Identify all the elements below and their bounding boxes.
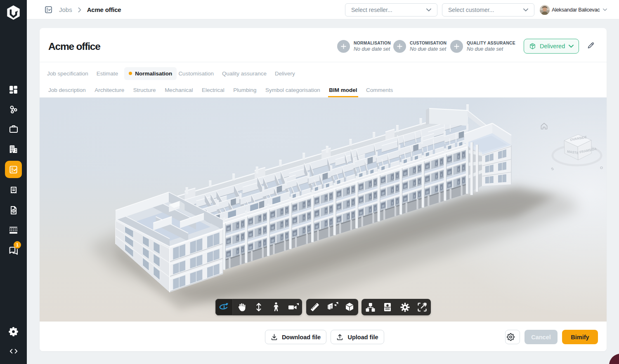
svg-text:O: O [600,166,603,170]
svg-text:S: S [550,167,555,171]
